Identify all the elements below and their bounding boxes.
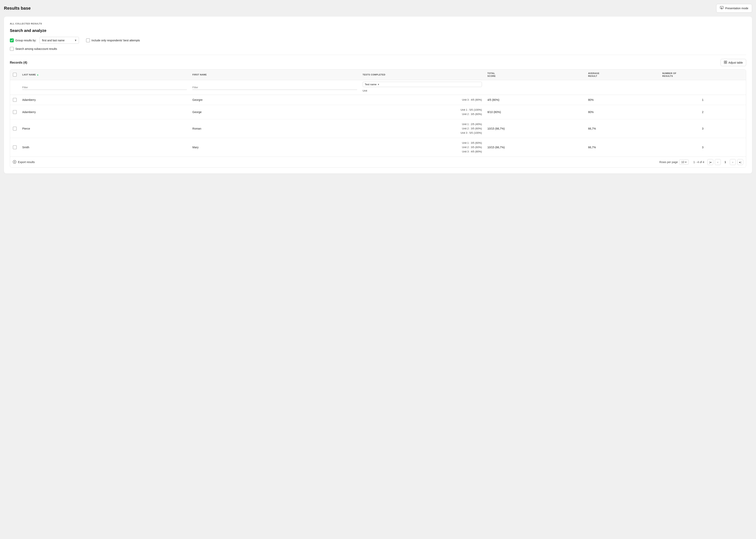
- test-entry: Unit 2 : 3/5 (60%): [363, 112, 482, 116]
- row-checkbox-cell[interactable]: [10, 105, 20, 119]
- row-average-result: 66,7%: [585, 119, 659, 138]
- rows-per-page-chevron-icon: ▾: [685, 161, 686, 164]
- row-last-name: Adamberry: [20, 95, 190, 105]
- nav-last-icon: ▸|: [739, 161, 741, 164]
- row-last-name: Pierce: [20, 119, 190, 138]
- records-header: Records (4) Adjust table: [10, 59, 746, 66]
- table-header-row: LAST NAME ▲ FIRST NAME TESTS COMPLETED T…: [10, 69, 746, 80]
- row-tests-completed: Unit 3 : 4/5 (80%): [360, 95, 485, 105]
- test-entry: Unit 1 : 2/5 (40%): [363, 122, 482, 126]
- row-last-name: Adamberry: [20, 105, 190, 119]
- export-results-button[interactable]: Export results: [13, 159, 35, 165]
- row-select-checkbox[interactable]: [13, 127, 17, 130]
- best-attempts-label: Include only respondents' best attempts: [92, 39, 140, 42]
- section-label: ALL COLLECTED RESULTS: [10, 23, 746, 25]
- test-entry: Unit 1 : 5/5 (100%): [363, 108, 482, 112]
- subaccount-label: Search among subaccount results: [15, 47, 57, 50]
- td-filter-empty-checkbox: [10, 80, 20, 95]
- td-filter-first-name[interactable]: [190, 80, 360, 95]
- row-total-score: 10/15 (66,7%): [485, 138, 585, 157]
- svg-rect-6: [726, 62, 727, 64]
- th-total-score: TOTALSCORE: [485, 69, 585, 80]
- adjust-table-icon: [724, 61, 727, 64]
- adjust-table-label: Adjust table: [728, 61, 743, 64]
- filter-row-1: Group results by: first and last name ▾ …: [10, 37, 746, 44]
- row-checkbox-cell[interactable]: [10, 95, 20, 105]
- nav-last-button[interactable]: ▸|: [737, 159, 743, 165]
- row-tests-completed: Unit 1 : 5/5 (100%)Unit 2 : 3/5 (60%): [360, 105, 485, 119]
- row-total-score: 8/10 (80%): [485, 105, 585, 119]
- table-container: LAST NAME ▲ FIRST NAME TESTS COMPLETED T…: [10, 69, 746, 168]
- row-first-name: Georgre: [190, 95, 360, 105]
- td-filter-score: [485, 80, 585, 95]
- th-tests-completed: TESTS COMPLETED: [360, 69, 485, 80]
- td-filter-count: [659, 80, 746, 95]
- td-filter-avg: [585, 80, 659, 95]
- row-select-checkbox[interactable]: [13, 98, 17, 102]
- nav-prev-icon: ‹: [718, 161, 718, 164]
- best-attempts-checkbox-wrapper[interactable]: Include only respondents' best attempts: [86, 38, 140, 42]
- presentation-btn-label: Presentation mode: [725, 7, 748, 10]
- row-first-name: Roman: [190, 119, 360, 138]
- group-results-checkbox-wrapper[interactable]: Group results by:: [10, 38, 36, 42]
- row-number-of-results: 3: [659, 138, 746, 157]
- svg-rect-3: [724, 61, 725, 62]
- table-filter-row: Test name ▾ Unit: [10, 80, 746, 95]
- svg-rect-0: [720, 6, 723, 9]
- test-name-dropdown[interactable]: Test name ▾: [363, 82, 482, 87]
- row-select-checkbox[interactable]: [13, 145, 17, 149]
- last-name-sort[interactable]: LAST NAME ▲: [22, 73, 187, 76]
- group-results-checkbox[interactable]: [10, 38, 14, 42]
- table-row: AdamberryGeorgreUnit 3 : 4/5 (80%)4/5 (8…: [10, 95, 746, 105]
- presentation-icon: [720, 6, 723, 10]
- row-checkbox-cell[interactable]: [10, 138, 20, 157]
- row-first-name: Mary: [190, 138, 360, 157]
- adjust-table-button[interactable]: Adjust table: [721, 59, 746, 66]
- test-entry: Unit 3 : 4/5 (80%): [363, 98, 482, 102]
- records-title: Records (4): [10, 61, 27, 64]
- subaccount-checkbox-wrapper[interactable]: Search among subaccount results: [10, 47, 57, 51]
- svg-rect-4: [726, 61, 727, 62]
- export-label: Export results: [18, 161, 35, 164]
- unit-tag: Unit: [363, 88, 482, 93]
- pagination-info: 1 - 4 of 4: [693, 161, 704, 164]
- best-attempts-checkbox[interactable]: [86, 38, 90, 42]
- table-row: SmithMaryUnit 1 : 3/5 (60%)Unit 2 : 3/5 …: [10, 138, 746, 157]
- search-analyze-title: Search and analyze: [10, 28, 746, 33]
- filter-row-2: Search among subaccount results: [10, 47, 746, 51]
- test-entry: Unit 2 : 3/5 (60%): [363, 126, 482, 131]
- table-footer: Export results Rows per page 10 ▾ 1 - 4 …: [10, 157, 746, 167]
- presentation-mode-button[interactable]: Presentation mode: [716, 4, 752, 13]
- nav-first-icon: |◂: [709, 161, 711, 164]
- group-results-label: Group results by:: [15, 39, 36, 42]
- filter-last-name-input[interactable]: [22, 85, 187, 90]
- nav-prev-button[interactable]: ‹: [715, 159, 721, 165]
- nav-next-button[interactable]: ›: [730, 159, 736, 165]
- td-filter-tests[interactable]: Test name ▾ Unit: [360, 80, 485, 95]
- row-select-checkbox[interactable]: [13, 110, 17, 114]
- row-checkbox-cell[interactable]: [10, 119, 20, 138]
- sort-asc-icon: ▲: [36, 73, 39, 76]
- subaccount-checkbox[interactable]: [10, 47, 14, 51]
- svg-rect-5: [724, 62, 725, 64]
- group-by-chevron-icon: ▾: [75, 38, 76, 42]
- rows-per-page-label: Rows per page: [659, 161, 678, 164]
- th-select-all[interactable]: [10, 69, 20, 80]
- table-row: AdamberryGeorgeUnit 1 : 5/5 (100%)Unit 2…: [10, 105, 746, 119]
- td-filter-last-name[interactable]: [20, 80, 190, 95]
- th-first-name[interactable]: FIRST NAME: [190, 69, 360, 80]
- select-all-checkbox[interactable]: [13, 73, 17, 77]
- group-by-dropdown[interactable]: first and last name ▾: [39, 37, 79, 44]
- th-last-name[interactable]: LAST NAME ▲: [20, 69, 190, 80]
- filter-first-name-input[interactable]: [192, 85, 357, 90]
- rows-per-page-select[interactable]: 10 ▾: [679, 160, 689, 165]
- row-total-score: 10/15 (66,7%): [485, 119, 585, 138]
- test-entry: Unit 1 : 3/5 (60%): [363, 141, 482, 145]
- page-title: Results base: [4, 6, 31, 11]
- test-name-label: Test name: [365, 83, 377, 86]
- row-tests-completed: Unit 1 : 3/5 (60%)Unit 2 : 3/5 (60%)Unit…: [360, 138, 485, 157]
- page-current: 1: [722, 159, 728, 165]
- row-number-of-results: 1: [659, 95, 746, 105]
- nav-first-button[interactable]: |◂: [707, 159, 713, 165]
- table-body: AdamberryGeorgreUnit 3 : 4/5 (80%)4/5 (8…: [10, 95, 746, 157]
